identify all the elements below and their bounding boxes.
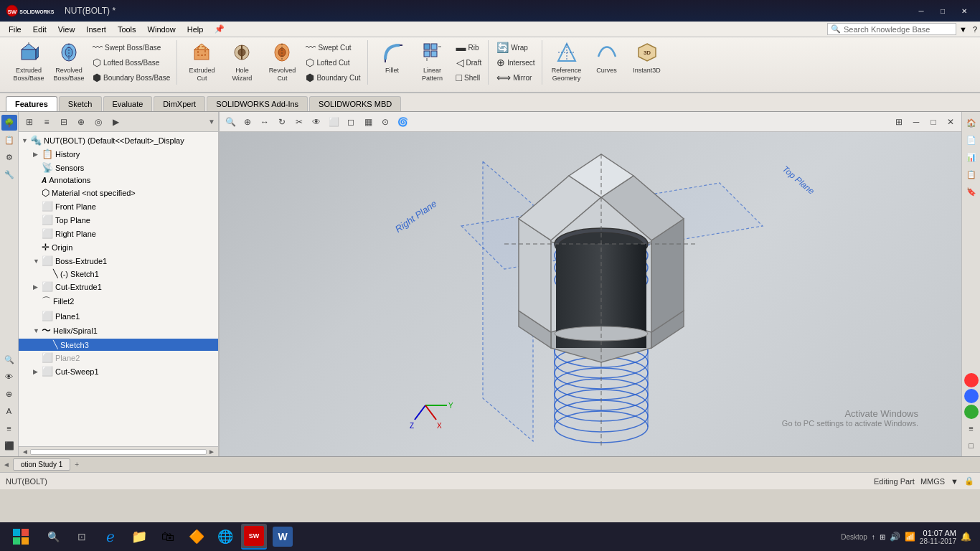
minimize-view-button[interactable]: ─ [908, 114, 924, 130]
menu-insert[interactable]: Insert [80, 24, 112, 35]
menu-view[interactable]: View [52, 24, 81, 35]
view-settings-button[interactable]: ⊙ [377, 114, 393, 130]
close-view-button[interactable]: ✕ [943, 114, 958, 130]
circle-button[interactable]: ◎ [90, 114, 106, 130]
intersect-button[interactable]: ⊕ Intersect [494, 55, 537, 70]
close-button[interactable]: ✕ [954, 4, 974, 18]
revolved-boss-base-button[interactable]: RevolvedBoss/Base [50, 40, 88, 85]
cam-tree-button[interactable]: 🔧 [1, 166, 17, 182]
rs-btn-4[interactable]: 📋 [963, 166, 979, 182]
extruded-boss-base-button[interactable]: ExtrudedBoss/Base [10, 40, 47, 85]
zoom-in-button[interactable]: ⊕ [240, 114, 255, 130]
zoom-to-fit-button[interactable]: 🔍 [222, 114, 238, 130]
taskbar-search[interactable]: 🔍 [40, 524, 66, 550]
tree-item-sketch1[interactable]: ▶ ╲ (-) Sketch1 [19, 268, 218, 280]
taskbar-taskview[interactable]: ⊡ [69, 524, 95, 550]
expand-button[interactable]: ⊞ [891, 114, 907, 130]
swept-boss-button[interactable]: 〰 Swept Boss/Base [90, 40, 172, 55]
shell-button[interactable]: □ Shell [454, 70, 484, 85]
lofted-cut-button[interactable]: ⬡ Lofted Cut [303, 55, 362, 70]
search-commands-button[interactable]: 🔍 [1, 352, 17, 367]
scene-button[interactable]: ▦ [360, 114, 376, 130]
menu-tools[interactable]: Tools [112, 24, 142, 35]
display-manager-button[interactable]: 👁 [1, 369, 17, 385]
display-style-button[interactable]: ◻ [343, 114, 359, 130]
hole-wizard-button[interactable]: HoleWizard [223, 40, 260, 85]
tree-item-sketch3[interactable]: ▶ ╲ Sketch3 [19, 339, 218, 351]
rs-btn-2[interactable]: 📄 [963, 132, 979, 148]
rib-button[interactable]: ▬ Rib [454, 40, 484, 55]
dimension-button[interactable]: ⊕ [1, 386, 17, 402]
tab-evaluate[interactable]: Evaluate [103, 96, 153, 111]
list-view-button[interactable]: ≡ [39, 114, 55, 130]
tree-item-fillet2[interactable]: ▶ ⌒ Fillet2 [19, 293, 218, 309]
units-dropdown[interactable]: ▼ [951, 477, 958, 486]
rs-btn-5[interactable]: 🔖 [963, 184, 979, 199]
tree-item-history[interactable]: ▶ 📋 History [19, 147, 218, 161]
minimize-button[interactable]: ─ [911, 4, 931, 18]
taskbar-store[interactable]: 🛍 [155, 524, 181, 550]
swept-cut-button[interactable]: 〰 Swept Cut [303, 40, 362, 55]
section-view-button[interactable]: ✂ [291, 114, 307, 130]
tab-sketch[interactable]: Sketch [59, 96, 102, 111]
search-box[interactable]: 🔍 Search Knowledge Base [827, 23, 956, 35]
rs-blue-ball[interactable] [964, 389, 979, 403]
mirror-button[interactable]: ⟺ Mirror [494, 70, 537, 85]
system-tray-arrows[interactable]: ↑ [872, 533, 875, 541]
pan-button[interactable]: ↔ [257, 114, 273, 130]
instant3d-button[interactable]: 3D Instant3D [628, 40, 666, 77]
lofted-boss-button[interactable]: ⬡ Lofted Boss/Base [90, 55, 172, 70]
home-button[interactable]: 🏠 [963, 115, 979, 131]
scroll-left[interactable]: ◄ [3, 461, 10, 468]
maximize-button[interactable]: □ [933, 4, 953, 18]
extruded-cut-button[interactable]: ExtrudedCut [183, 40, 220, 85]
boundary-boss-button[interactable]: ⬢ Boundary Boss/Base [90, 70, 172, 85]
menu-file[interactable]: File [3, 24, 27, 35]
layers-button[interactable]: ≡ [1, 420, 17, 436]
rotate-button[interactable]: ↻ [274, 114, 290, 130]
tree-item-helix-spiral1[interactable]: ▼ 〜 Helix/Spiral1 [19, 323, 218, 339]
tree-item-right-plane[interactable]: ▶ ⬜ Right Plane [19, 227, 218, 240]
feature-manager-button[interactable]: 🌳 [1, 115, 17, 131]
realview-button[interactable]: 🌀 [395, 114, 410, 130]
tree-item-boss-extrude1[interactable]: ▼ ⬜ Boss-Extrude1 [19, 254, 218, 268]
tree-root[interactable]: ▼ 🔩 NUT(BOLT) (Default<<Default>_Display [19, 133, 218, 147]
plus-button[interactable]: ⊕ [73, 114, 89, 130]
menu-window[interactable]: Window [142, 24, 182, 35]
view-orient-button[interactable]: 👁 [308, 114, 324, 130]
hide-show-button[interactable]: ⬜ [326, 114, 341, 130]
rs-btn-bottom-2[interactable]: □ [963, 438, 979, 453]
taskbar-desktop[interactable]: Desktop [841, 533, 867, 541]
add-tab-button[interactable]: + [75, 461, 79, 468]
rs-btn-bottom-1[interactable]: ≡ [963, 420, 979, 436]
rs-green-ball[interactable] [964, 405, 979, 419]
rs-red-ball[interactable] [964, 373, 979, 387]
property-manager-button[interactable]: 📋 [1, 132, 17, 148]
taskbar-solidworks[interactable]: SW [241, 524, 267, 550]
config-manager-button[interactable]: ⚙ [1, 149, 17, 165]
draft-button[interactable]: ◁ Draft [454, 55, 484, 70]
search-expand-icon[interactable]: ▼ [959, 25, 967, 34]
taskbar-word[interactable]: W [270, 524, 296, 550]
rs-btn-3[interactable]: 📊 [963, 149, 979, 165]
wrap-button[interactable]: 🔄 Wrap [494, 40, 537, 55]
notifications-button[interactable]: 🔔 [961, 532, 971, 542]
tree-item-material[interactable]: ▶ ⬡ Material <not specified> [19, 186, 218, 199]
curves-button[interactable]: Curves [588, 40, 626, 77]
flat-view-button[interactable]: ⊟ [56, 114, 72, 130]
tree-item-plane2[interactable]: ▶ ⬜ Plane2 [19, 351, 218, 364]
tree-item-annotations[interactable]: ▶ A Annotations [19, 174, 218, 186]
taskbar-explorer[interactable]: 📁 [126, 524, 152, 550]
notes-button[interactable]: A [1, 403, 17, 419]
volume-icon[interactable]: 🔊 [890, 532, 900, 542]
tree-item-front-plane[interactable]: ▶ ⬜ Front Plane [19, 199, 218, 213]
tree-item-origin[interactable]: ▶ ✛ Origin [19, 240, 218, 254]
fillet-button[interactable]: Fillet [374, 40, 411, 77]
tree-scroll[interactable]: ◄ ► [19, 446, 218, 456]
tab-features[interactable]: Features [6, 96, 57, 111]
help-icon[interactable]: ? [973, 25, 977, 34]
linear-pattern-button[interactable]: LinearPattern [414, 40, 451, 85]
taskbar-ie[interactable]: ℯ [98, 524, 123, 550]
tree-item-cut-extrude1[interactable]: ▶ ⬜ Cut-Extrude1 [19, 280, 218, 293]
tree-item-top-plane[interactable]: ▶ ⬜ Top Plane [19, 213, 218, 227]
